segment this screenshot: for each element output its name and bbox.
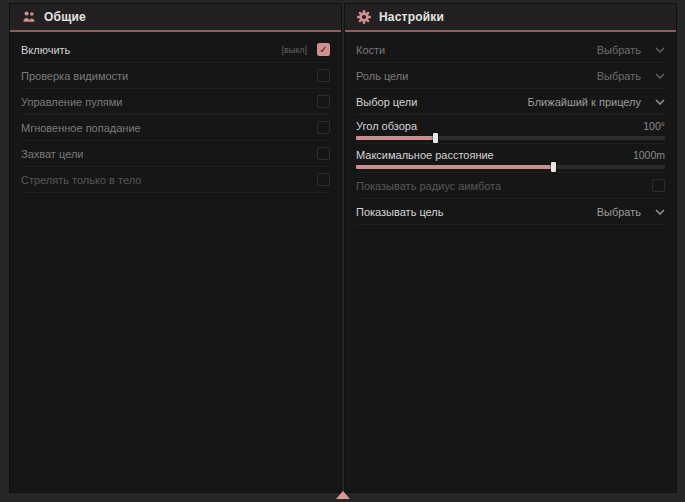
dropdown-value: Выбрать (597, 206, 641, 218)
max-distance-slider[interactable] (356, 165, 665, 169)
slider-thumb[interactable] (551, 162, 556, 172)
slider-value: 1000m (633, 149, 665, 161)
chevron-down-icon (655, 99, 665, 105)
scroll-up-indicator[interactable] (336, 491, 350, 499)
checkbox-visibility-check[interactable] (317, 69, 330, 82)
row-bullet-control: Управление пулями (21, 89, 330, 115)
panel-general-header: Общие (10, 4, 341, 30)
people-icon (22, 10, 36, 24)
checkbox-instant-hit[interactable] (317, 121, 330, 134)
setting-label: Управление пулями (21, 96, 123, 108)
dropdown-bones[interactable]: Выбрать (597, 44, 665, 56)
setting-label: Захват цели (21, 148, 83, 160)
row-fov: Угол обзора 100° (356, 115, 665, 144)
row-body-only: Стрелять только в тело (21, 167, 330, 193)
panel-general: Общие Включить [выкл] ✓ Проверка видимос… (10, 4, 341, 492)
chevron-down-icon (655, 209, 665, 215)
panel-settings-header: Настройки (345, 4, 676, 30)
chevron-down-icon (655, 73, 665, 79)
dropdown-target-role[interactable]: Выбрать (597, 70, 665, 82)
panel-settings-body: Кости Выбрать Роль цели Выбрать Выбор це… (345, 32, 676, 225)
checkbox-bullet-control[interactable] (317, 95, 330, 108)
row-enable: Включить [выкл] ✓ (21, 37, 330, 63)
row-target-lock: Захват цели (21, 141, 330, 167)
row-instant-hit: Мгновенное попадание (21, 115, 330, 141)
setting-label: Кости (356, 44, 385, 56)
setting-label: Угол обзора (356, 120, 417, 132)
dropdown-show-target[interactable]: Выбрать (597, 206, 665, 218)
slider-thumb[interactable] (433, 133, 438, 143)
checkbox-target-lock[interactable] (317, 147, 330, 160)
gear-icon (357, 10, 371, 24)
dropdown-target-selection[interactable]: Ближайший к прицелу (528, 96, 665, 108)
setting-label: Показывать радиус аимбота (356, 180, 501, 192)
dropdown-value: Выбрать (597, 70, 641, 82)
setting-label: Показывать цель (356, 206, 444, 218)
setting-label: Включить (21, 44, 70, 56)
fov-slider[interactable] (356, 136, 665, 140)
chevron-down-icon (655, 47, 665, 53)
check-icon: ✓ (319, 45, 327, 55)
panel-title: Настройки (379, 10, 444, 24)
checkbox-enable[interactable]: ✓ (317, 43, 330, 56)
setting-label: Проверка видимости (21, 70, 128, 82)
setting-label: Роль цели (356, 70, 408, 82)
row-target-role: Роль цели Выбрать (356, 63, 665, 89)
row-bones: Кости Выбрать (356, 37, 665, 63)
panel-general-body: Включить [выкл] ✓ Проверка видимости Упр… (10, 32, 341, 193)
panel-settings: Настройки Кости Выбрать Роль цели Выбрат… (345, 4, 676, 492)
setting-label: Выбор цели (356, 96, 417, 108)
panel-title: Общие (44, 10, 86, 24)
row-max-distance: Максимальное расстояние 1000m (356, 144, 665, 173)
hotkey-badge[interactable]: [выкл] (281, 45, 307, 55)
row-show-target: Показывать цель Выбрать (356, 199, 665, 225)
checkbox-show-aimbot-radius[interactable] (652, 179, 665, 192)
checkbox-body-only[interactable] (317, 173, 330, 186)
row-target-selection: Выбор цели Ближайший к прицелу (356, 89, 665, 115)
dropdown-value: Выбрать (597, 44, 641, 56)
setting-label: Мгновенное попадание (21, 122, 141, 134)
setting-label: Стрелять только в тело (21, 174, 141, 186)
slider-fill (356, 165, 554, 169)
setting-label: Максимальное расстояние (356, 149, 494, 161)
row-show-aimbot-radius: Показывать радиус аимбота (356, 173, 665, 199)
dropdown-value: Ближайший к прицелу (528, 96, 641, 108)
row-visibility-check: Проверка видимости (21, 63, 330, 89)
slider-value: 100° (643, 120, 665, 132)
slider-fill (356, 136, 436, 140)
